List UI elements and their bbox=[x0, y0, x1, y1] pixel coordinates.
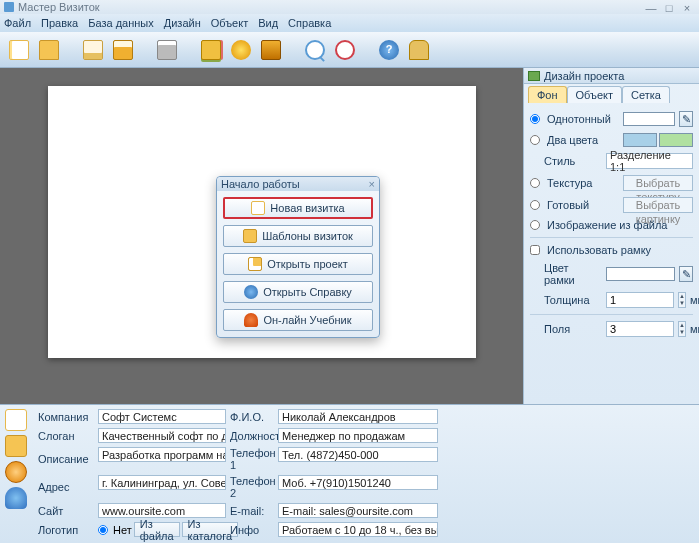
dialog-new-button[interactable]: Новая визитка bbox=[223, 197, 373, 219]
label-phone1: Телефон 1 bbox=[230, 447, 274, 471]
clipboard-icon bbox=[83, 40, 103, 60]
toolbar-paste[interactable] bbox=[80, 37, 106, 63]
checkbox-use-frame[interactable] bbox=[530, 245, 540, 255]
style-select[interactable]: Разделение 1:1 bbox=[606, 153, 693, 169]
data-panel: Компания Софт Системс Ф.И.О. Николай Але… bbox=[0, 404, 699, 543]
clock-icon[interactable] bbox=[5, 461, 27, 483]
radio-ready[interactable] bbox=[530, 200, 540, 210]
field-email[interactable]: E-mail: sales@oursite.com bbox=[278, 503, 438, 518]
folder-open-icon bbox=[39, 40, 59, 60]
label-use-frame: Использовать рамку bbox=[547, 244, 693, 256]
dialog-title-bar: Начало работы × bbox=[217, 177, 379, 191]
label-texture: Текстура bbox=[547, 177, 619, 189]
label-two-colors: Два цвета bbox=[547, 134, 619, 146]
toolbar-zoom-reset[interactable] bbox=[332, 37, 358, 63]
dialog-close-button[interactable]: × bbox=[369, 178, 375, 190]
start-dialog: Начало работы × Новая визитка Шаблоны ви… bbox=[216, 176, 380, 338]
card-data-icon[interactable] bbox=[5, 409, 27, 431]
color-swatch-solid[interactable] bbox=[623, 112, 675, 126]
toolbar-help[interactable]: ? bbox=[376, 37, 402, 63]
toolbar-register[interactable] bbox=[406, 37, 432, 63]
unit-mm-2: мм bbox=[690, 323, 699, 335]
canvas-area: Начало работы × Новая визитка Шаблоны ви… bbox=[0, 68, 523, 404]
tab-object[interactable]: Объект bbox=[567, 86, 622, 103]
choose-texture-button[interactable]: Выбрать текстуру bbox=[623, 175, 693, 191]
margins-spinner[interactable]: ▲▼ bbox=[678, 321, 686, 337]
dialog-templates-button[interactable]: Шаблоны визиток bbox=[223, 225, 373, 247]
image-icon bbox=[261, 40, 281, 60]
toolbar-save[interactable] bbox=[110, 37, 136, 63]
frame-color-swatch[interactable] bbox=[606, 267, 675, 281]
radio-texture[interactable] bbox=[530, 178, 540, 188]
field-position[interactable]: Менеджер по продажам bbox=[278, 428, 438, 443]
field-slogan[interactable]: Качественный софт по доступным ценам bbox=[98, 428, 226, 443]
menu-view[interactable]: Вид bbox=[258, 17, 278, 29]
radio-from-file[interactable] bbox=[530, 220, 540, 230]
label-logo-none: Нет bbox=[113, 524, 132, 536]
label-margins: Поля bbox=[530, 323, 602, 335]
field-phone1[interactable]: Тел. (4872)450-000 bbox=[278, 447, 438, 462]
radio-logo-none[interactable] bbox=[98, 525, 108, 535]
label-address: Адрес bbox=[38, 475, 94, 499]
app-icon bbox=[4, 2, 14, 12]
toolbar-image[interactable] bbox=[258, 37, 284, 63]
radio-solid[interactable] bbox=[530, 114, 540, 124]
label-phone2: Телефон 2 bbox=[230, 475, 274, 499]
margins-input[interactable] bbox=[606, 321, 674, 337]
toolbar-new[interactable] bbox=[6, 37, 32, 63]
color-picker-button[interactable]: ✎ bbox=[679, 111, 693, 127]
tab-grid[interactable]: Сетка bbox=[622, 86, 670, 103]
open-project-icon bbox=[248, 257, 262, 271]
close-button[interactable]: × bbox=[679, 2, 695, 12]
field-description[interactable]: Разработка программ на заказ bbox=[98, 447, 226, 462]
field-site[interactable]: www.oursite.com bbox=[98, 503, 226, 518]
field-phone2[interactable]: Моб. +7(910)1501240 bbox=[278, 475, 438, 490]
print-icon bbox=[157, 40, 177, 60]
menu-database[interactable]: База данных bbox=[88, 17, 154, 29]
label-ready: Готовый bbox=[547, 199, 619, 211]
toolbar-effects[interactable] bbox=[228, 37, 254, 63]
menu-object[interactable]: Объект bbox=[211, 17, 248, 29]
user-icon[interactable] bbox=[5, 487, 27, 509]
menu-design[interactable]: Дизайн bbox=[164, 17, 201, 29]
zoom-icon bbox=[305, 40, 325, 60]
toolbar: ? bbox=[0, 32, 699, 68]
zoom-reset-icon bbox=[335, 40, 355, 60]
menu-help[interactable]: Справка bbox=[288, 17, 331, 29]
window-title: Мастер Визиток bbox=[18, 1, 100, 13]
tab-background[interactable]: Фон bbox=[528, 86, 567, 103]
radio-two-colors[interactable] bbox=[530, 135, 540, 145]
label-site: Сайт bbox=[38, 503, 94, 518]
field-fio[interactable]: Николай Александров bbox=[278, 409, 438, 424]
color-swatch-1[interactable] bbox=[623, 133, 657, 147]
folder-data-icon[interactable] bbox=[5, 435, 27, 457]
dialog-templates-label: Шаблоны визиток bbox=[262, 230, 353, 242]
label-info: Инфо bbox=[230, 522, 274, 537]
tutorial-icon bbox=[244, 313, 258, 327]
thickness-input[interactable] bbox=[606, 292, 674, 308]
field-info[interactable]: Работаем с 10 до 18 ч., без выходных bbox=[278, 522, 438, 537]
dialog-help-button[interactable]: Открыть Справку bbox=[223, 281, 373, 303]
templates-icon bbox=[243, 229, 257, 243]
dialog-open-button[interactable]: Открыть проект bbox=[223, 253, 373, 275]
frame-color-picker[interactable]: ✎ bbox=[679, 266, 693, 282]
unit-mm: мм bbox=[690, 294, 699, 306]
field-address[interactable]: г. Калининград, ул. Советская, д.67, оф.… bbox=[98, 475, 226, 490]
toolbar-layers[interactable] bbox=[198, 37, 224, 63]
new-file-icon bbox=[9, 40, 29, 60]
window-titlebar: Мастер Визиток — □ × bbox=[0, 0, 699, 14]
logo-from-file-button[interactable]: Из файла bbox=[134, 522, 180, 537]
menu-edit[interactable]: Правка bbox=[41, 17, 78, 29]
toolbar-zoom[interactable] bbox=[302, 37, 328, 63]
color-swatch-2[interactable] bbox=[659, 133, 693, 147]
toolbar-open[interactable] bbox=[36, 37, 62, 63]
maximize-button[interactable]: □ bbox=[661, 2, 677, 12]
dialog-tutorial-label: Он-лайн Учебник bbox=[263, 314, 351, 326]
dialog-tutorial-button[interactable]: Он-лайн Учебник bbox=[223, 309, 373, 331]
toolbar-print[interactable] bbox=[154, 37, 180, 63]
menu-file[interactable]: Файл bbox=[4, 17, 31, 29]
minimize-button[interactable]: — bbox=[643, 2, 659, 12]
field-company[interactable]: Софт Системс bbox=[98, 409, 226, 424]
thickness-spinner[interactable]: ▲▼ bbox=[678, 292, 686, 308]
choose-image-button[interactable]: Выбрать картинку bbox=[623, 197, 693, 213]
